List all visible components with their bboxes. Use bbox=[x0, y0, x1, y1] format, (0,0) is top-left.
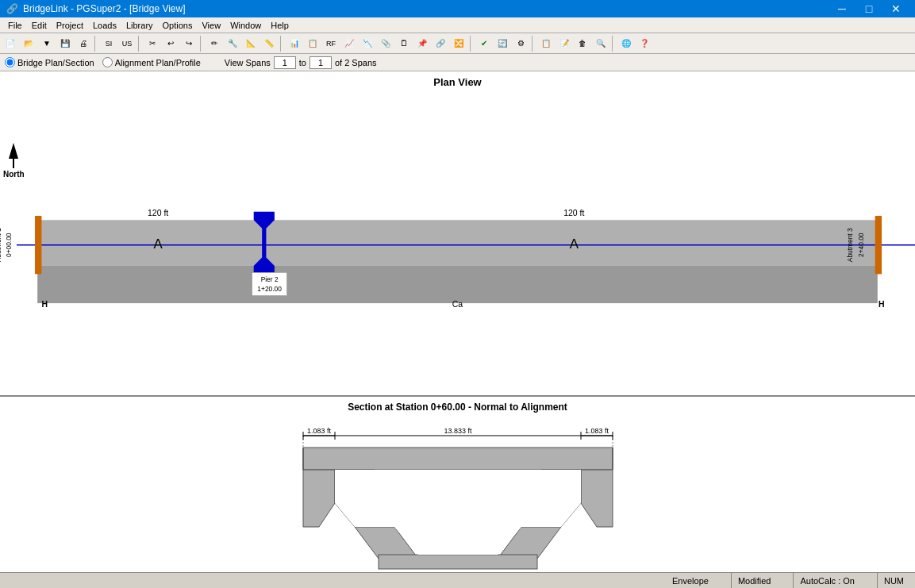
tb-sep1 bbox=[94, 36, 98, 52]
tb-report3[interactable]: RF bbox=[322, 35, 340, 52]
deck-slab bbox=[303, 448, 613, 470]
tb-sep4 bbox=[280, 36, 283, 52]
tb-undo[interactable]: ↩ bbox=[162, 35, 179, 52]
north-label: North bbox=[3, 170, 25, 179]
tb-report1[interactable]: 📊 bbox=[286, 35, 303, 52]
tb-report7[interactable]: 🗒 bbox=[395, 35, 413, 52]
bridge-road-top bbox=[37, 220, 878, 266]
menu-edit[interactable]: Edit bbox=[27, 19, 52, 32]
close-button[interactable]: ✕ bbox=[883, 0, 909, 17]
section-view-title: Section at Station 0+60.00 - Normal to A… bbox=[0, 397, 915, 416]
dim-top-center: 13.833 ft bbox=[444, 427, 472, 435]
tb-report8[interactable]: 📌 bbox=[413, 35, 431, 52]
menu-window[interactable]: Window bbox=[225, 19, 266, 32]
tb-report5[interactable]: 📉 bbox=[359, 35, 376, 52]
statusbar: Envelope Modified AutoCalc : On NUM bbox=[0, 572, 915, 588]
span2-length: 120 ft bbox=[563, 209, 584, 217]
abutment1-shape bbox=[35, 216, 41, 274]
tb-find[interactable]: 🔍 bbox=[592, 35, 609, 52]
pier2-station: 1+20.00 bbox=[257, 285, 282, 293]
north-arrow: North bbox=[3, 143, 25, 179]
span-to-input[interactable] bbox=[309, 56, 332, 69]
radio-bridge-plan-label: Bridge Plan/Section bbox=[17, 58, 94, 67]
ca-label: Ca bbox=[452, 300, 463, 309]
tb-globe[interactable]: 🌐 bbox=[617, 35, 635, 52]
tb-edit-props[interactable]: ✏ bbox=[206, 35, 223, 52]
tb-check[interactable]: ✔ bbox=[475, 35, 493, 52]
h-label-right: H bbox=[878, 300, 885, 309]
tb-copy[interactable]: 📋 bbox=[537, 35, 555, 52]
tb-edit3[interactable]: 📐 bbox=[242, 35, 260, 52]
tb-sep2 bbox=[138, 36, 141, 52]
status-modified: Modified bbox=[731, 573, 778, 588]
radio-bridge-plan[interactable]: Bridge Plan/Section bbox=[5, 57, 94, 67]
tb-report9[interactable]: 🔗 bbox=[432, 35, 449, 52]
titlebar-controls: ─ □ ✕ bbox=[829, 0, 909, 17]
dim-top-right: 1.083 ft bbox=[584, 427, 609, 435]
h-label-left: H bbox=[41, 300, 48, 309]
menu-project[interactable]: Project bbox=[52, 19, 88, 32]
titlebar: 🔗 BridgeLink - PGSuper2 - [Bridge View] … bbox=[0, 0, 915, 17]
tb-us[interactable]: US bbox=[118, 35, 136, 52]
menu-loads[interactable]: Loads bbox=[88, 19, 121, 32]
tb-cut[interactable]: ✂ bbox=[144, 35, 161, 52]
tb-sep7 bbox=[612, 36, 615, 52]
menu-file[interactable]: File bbox=[3, 19, 27, 32]
tb-sep3 bbox=[200, 36, 203, 52]
tb-print[interactable]: 🖨 bbox=[75, 35, 92, 52]
tb-delete[interactable]: 🗑 bbox=[574, 35, 591, 52]
bridge-road-bottom bbox=[37, 266, 878, 303]
tb-new[interactable]: 📄 bbox=[2, 35, 19, 52]
pier2-label: Pier 2 bbox=[261, 275, 279, 283]
radio-bridge-plan-input[interactable] bbox=[5, 57, 15, 67]
tb-redo[interactable]: ↪ bbox=[180, 35, 198, 52]
viewbar: Bridge Plan/Section Alignment Plan/Profi… bbox=[0, 54, 915, 71]
menu-view[interactable]: View bbox=[197, 19, 225, 32]
to-label: to bbox=[299, 58, 306, 67]
north-arrow-shaft bbox=[13, 159, 14, 168]
status-autocalc: AutoCalc : On bbox=[793, 573, 860, 588]
tb-edit4[interactable]: 📏 bbox=[260, 35, 278, 52]
status-num: NUM bbox=[877, 573, 910, 588]
span-from-input[interactable] bbox=[274, 56, 296, 69]
tb-report6[interactable]: 📎 bbox=[377, 35, 394, 52]
abutment1-label: Abutment 1 bbox=[0, 228, 2, 262]
app-icon: 🔗 bbox=[6, 3, 18, 14]
section-view-svg: 1.083 ft 13.833 ft 1.083 ft 8.000 ft 8.0… bbox=[260, 416, 656, 588]
tb-paste[interactable]: 📝 bbox=[556, 35, 573, 52]
plan-view-section: Plan View North Abutment 1 0+00.00 Abu bbox=[0, 71, 915, 397]
tb-report10[interactable]: 🔀 bbox=[450, 35, 467, 52]
menu-library[interactable]: Library bbox=[121, 19, 158, 32]
abutment3-shape bbox=[875, 216, 882, 274]
window-title: BridgeLink - PGSuper2 - [Bridge View] bbox=[23, 3, 186, 14]
tb-open[interactable]: 📂 bbox=[20, 35, 37, 52]
main-content: Plan View North Abutment 1 0+00.00 Abu bbox=[0, 71, 915, 588]
tb-sep6 bbox=[532, 36, 535, 52]
plan-view-svg: Abutment 1 0+00.00 Abutment 3 2+40.00 Pi… bbox=[0, 90, 915, 375]
radio-alignment[interactable]: Alignment Plan/Profile bbox=[102, 57, 201, 67]
tb-edit2[interactable]: 🔧 bbox=[224, 35, 241, 52]
tb-open-drop[interactable]: ▼ bbox=[38, 35, 56, 52]
minimize-button[interactable]: ─ bbox=[829, 0, 855, 17]
tb-help[interactable]: ❓ bbox=[636, 35, 653, 52]
menu-help[interactable]: Help bbox=[266, 19, 294, 32]
radio-alignment-input[interactable] bbox=[102, 57, 113, 67]
view-spans-label: View Spans bbox=[225, 58, 271, 67]
radio-alignment-label: Alignment Plan/Profile bbox=[115, 58, 201, 67]
tb-save[interactable]: 💾 bbox=[56, 35, 74, 52]
span2-label: A bbox=[570, 236, 579, 252]
tb-run[interactable]: 🔄 bbox=[494, 35, 511, 52]
view-spans-group: View Spans to of 2 Spans bbox=[225, 56, 377, 69]
span1-label: A bbox=[154, 236, 163, 252]
span1-length: 120 ft bbox=[148, 209, 168, 217]
of-spans-label: of 2 Spans bbox=[335, 58, 377, 67]
maximize-button[interactable]: □ bbox=[856, 0, 882, 17]
abutment3-label: Abutment 3 bbox=[846, 228, 854, 262]
tb-run2[interactable]: ⚙ bbox=[512, 35, 529, 52]
plan-view-title: Plan View bbox=[0, 71, 915, 90]
menu-options[interactable]: Options bbox=[158, 19, 198, 32]
tb-report2[interactable]: 📋 bbox=[304, 35, 321, 52]
tb-report4[interactable]: 📈 bbox=[340, 35, 358, 52]
status-envelope: Envelope bbox=[666, 573, 715, 588]
tb-si[interactable]: SI bbox=[100, 35, 117, 52]
